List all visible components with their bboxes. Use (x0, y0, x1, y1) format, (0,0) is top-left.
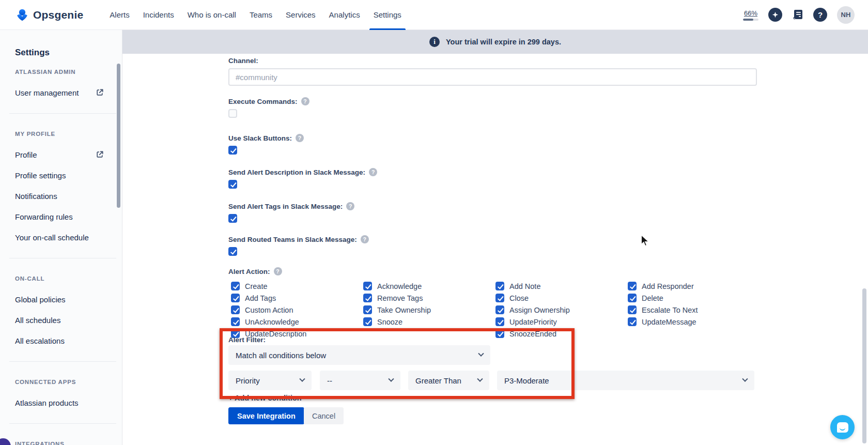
chevron-down-icon (299, 376, 305, 382)
checkbox[interactable] (363, 305, 372, 314)
sidebar-divider (15, 103, 122, 124)
checkbox[interactable] (363, 317, 372, 326)
channel-input[interactable] (228, 68, 757, 86)
sidebar-scrollbar[interactable] (117, 64, 120, 208)
chat-launcher-button[interactable] (830, 415, 855, 439)
alert-action-create: Create (228, 280, 361, 292)
execute-commands-label: Execute Commands: (228, 97, 757, 105)
send-alert-tags-checkbox[interactable] (228, 214, 237, 223)
checkbox[interactable] (231, 305, 240, 314)
alert-filter-label: Alert Filter: (228, 335, 266, 344)
checkbox[interactable] (363, 282, 372, 290)
alert-action-take-ownership: Take Ownership (361, 304, 493, 316)
opsgenie-logo-icon (16, 8, 29, 22)
nav-item-teams[interactable]: Teams (243, 0, 279, 30)
checkbox[interactable] (628, 305, 637, 314)
sidebar-item-profile-settings[interactable]: Profile settings (15, 171, 104, 180)
checkbox[interactable] (495, 282, 504, 290)
trial-banner-text: Your trial will expire in 299 days. (446, 38, 561, 46)
sidebar-section-connected-apps: CONNECTED APPS (15, 379, 76, 385)
sidebar-section-my-profile: MY PROFILE (15, 131, 55, 137)
trial-percent: 66% (744, 9, 757, 17)
compass-icon[interactable] (768, 8, 782, 22)
trial-usage-indicator[interactable]: 66% (743, 9, 758, 21)
external-link-icon (96, 88, 104, 97)
add-new-condition-link[interactable]: + Add new condition (228, 394, 302, 402)
channel-label: Channel: (228, 56, 757, 65)
help-icon[interactable] (301, 97, 309, 105)
alert-action-remove-tags: Remove Tags (361, 292, 493, 304)
sidebar-item-profile[interactable]: Profile (15, 150, 104, 159)
checkbox[interactable] (495, 294, 504, 302)
help-icon[interactable] (346, 202, 354, 210)
settings-sidebar: Settings ATLASSIAN ADMIN User management… (0, 30, 122, 445)
help-icon[interactable] (274, 267, 282, 275)
chevron-down-icon (388, 376, 394, 382)
sidebar-item-all-schedules[interactable]: All schedules (15, 316, 104, 325)
alert-action-snooze: Snooze (361, 316, 493, 328)
use-slack-buttons-checkbox[interactable] (228, 146, 237, 155)
checkbox[interactable] (231, 294, 240, 302)
sidebar-item-atlassian-products[interactable]: Atlassian products (15, 398, 104, 407)
nav-item-incidents[interactable]: Incidents (136, 0, 181, 30)
condition-field-select[interactable]: Priority (228, 371, 312, 390)
trial-progress-bar (743, 19, 758, 21)
checkbox[interactable] (231, 317, 240, 326)
checkbox[interactable] (495, 317, 504, 326)
alert-action-updatepriority: UpdatePriority (493, 316, 625, 328)
release-notes-icon[interactable] (792, 9, 803, 21)
page-scrollbar[interactable] (862, 288, 866, 443)
alert-action-add-note: Add Note (493, 280, 625, 292)
alert-action-close: Close (493, 292, 625, 304)
condition-operator-select[interactable]: Greater Than (408, 371, 489, 390)
condition-value-select[interactable]: P3-Moderate (497, 371, 754, 390)
trial-banner: Your trial will expire in 299 days. (122, 30, 868, 54)
sidebar-divider (15, 351, 122, 372)
nav-item-settings[interactable]: Settings (367, 0, 408, 30)
empty-cell (625, 328, 757, 340)
brand[interactable]: Opsgenie (16, 8, 83, 22)
top-navbar: Opsgenie Alerts Incidents Who is on-call… (0, 0, 868, 30)
help-icon[interactable] (361, 235, 369, 243)
sidebar-item-notifications[interactable]: Notifications (15, 192, 104, 201)
sidebar-item-user-management[interactable]: User management (15, 88, 104, 97)
alert-action-snoozeended: SnoozeEnded (493, 328, 625, 340)
use-slack-buttons-label: Use Slack Buttons: (228, 134, 757, 142)
nav-item-analytics[interactable]: Analytics (322, 0, 367, 30)
nav-item-alerts[interactable]: Alerts (103, 0, 136, 30)
sidebar-item-global-policies[interactable]: Global policies (15, 295, 104, 304)
external-link-icon (96, 150, 104, 159)
sidebar-divider (15, 413, 122, 434)
send-routed-teams-label: Send Routed Teams in Slack Message: (228, 235, 757, 243)
sidebar-item-your-on-call-schedule[interactable]: Your on-call schedule (15, 233, 104, 242)
help-icon[interactable] (369, 168, 377, 176)
execute-commands-checkbox[interactable] (228, 109, 237, 118)
save-integration-button[interactable]: Save Integration (228, 407, 304, 424)
help-icon[interactable] (813, 8, 827, 22)
alert-action-label: Alert Action: (228, 267, 757, 275)
checkbox[interactable] (628, 317, 637, 326)
checkbox[interactable] (495, 305, 504, 314)
checkbox[interactable] (628, 294, 637, 302)
sidebar-section-atlassian-admin: ATLASSIAN ADMIN (15, 69, 75, 75)
alert-action-assign-ownership: Assign Ownership (493, 304, 625, 316)
match-conditions-select[interactable]: Match all conditions below (228, 345, 490, 365)
send-alert-description-checkbox[interactable] (228, 180, 237, 189)
nav-item-who-is-on-call[interactable]: Who is on-call (181, 0, 243, 30)
checkbox[interactable] (628, 282, 637, 290)
condition-key-select[interactable]: -- (320, 371, 400, 390)
avatar[interactable]: NH (837, 6, 855, 24)
cancel-button[interactable]: Cancel (304, 407, 344, 424)
checkbox[interactable] (363, 294, 372, 302)
sidebar-item-all-escalations[interactable]: All escalations (15, 336, 104, 345)
alert-action-add-tags: Add Tags (228, 292, 361, 304)
checkbox[interactable] (495, 329, 504, 338)
sidebar-item-forwarding-rules[interactable]: Forwarding rules (15, 212, 104, 221)
help-icon[interactable] (296, 134, 304, 142)
send-routed-teams-checkbox[interactable] (228, 247, 237, 256)
nav-item-services[interactable]: Services (279, 0, 322, 30)
sidebar-section-integrations: INTEGRATIONS (15, 441, 65, 445)
chevron-down-icon (477, 376, 483, 382)
navbar-right: 66% NH (743, 6, 855, 24)
checkbox[interactable] (231, 282, 240, 290)
